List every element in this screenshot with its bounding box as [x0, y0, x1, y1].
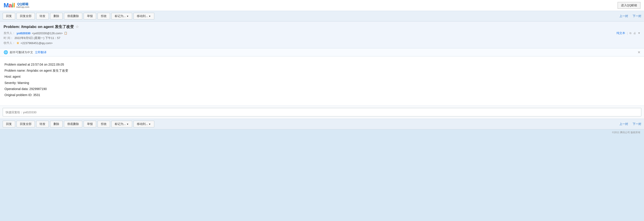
forward-button[interactable]: 转发 — [36, 13, 49, 20]
recipient-sun-icon: ❀ — [16, 41, 19, 45]
body-line-1: Problem started at 23:57:04 on 2022.09.0… — [4, 62, 640, 67]
time-value: 2022年9月5日 (星期一) 下午11：57 — [14, 36, 60, 40]
bottom-next-email-link[interactable]: 下一封 — [632, 122, 641, 126]
qq-domain: mail.qq.com — [16, 6, 29, 9]
logo-i: i — [12, 2, 14, 9]
move-to-button[interactable]: 移动到... ▼ — [134, 13, 154, 20]
toolbar-right: 上一封 下一封 — [620, 14, 641, 18]
translation-close-icon[interactable]: ✕ — [638, 50, 640, 54]
quick-reply-input[interactable] — [3, 108, 641, 116]
bottom-reply-all-button[interactable]: 回复全部 — [16, 121, 35, 127]
header: Mail QQ邮箱 mail.qq.com 进入QQ邮箱 — [0, 0, 644, 11]
prev-email-link[interactable]: 上一封 — [620, 14, 628, 18]
report-button[interactable]: 举报 — [84, 13, 96, 20]
bottom-forward-button[interactable]: 转发 — [36, 121, 49, 127]
enter-qq-button[interactable]: 进入QQ邮箱 — [618, 2, 640, 9]
translation-text: 邮件可翻译为中文 — [10, 50, 33, 54]
qq-text: QQ邮箱 — [17, 2, 28, 6]
address-book-icon[interactable]: 📋 — [64, 32, 67, 35]
mark-as-arrow-icon: ▼ — [126, 15, 129, 18]
translate-icon: 🌐 — [4, 50, 8, 54]
to-row: 收件人： ❀ <2237966451@qq.com> — [4, 41, 67, 45]
reply-all-button[interactable]: 回复全部 — [16, 13, 35, 20]
from-row: 发件人： yxt020330 <yxt020330@126.com> 📋 — [4, 31, 67, 35]
email-meta-wrapper: Problem: /tmp/abc on agent 发生了改变 ☆ 发件人： … — [0, 22, 644, 48]
bottom-toolbar: 回复 回复全部 转发 删除 彻底删除 举报 拒收 标记为... ▼ 移动到...… — [0, 119, 644, 129]
bottom-reject-button[interactable]: 拒收 — [98, 121, 110, 127]
toolbar-left: 回复 回复全部 转发 删除 彻底删除 举报 拒收 标记为... ▼ 移动到...… — [3, 13, 154, 20]
footer: ©2011 腾讯公司 版权所有 — [0, 129, 644, 135]
from-label: 发件人： — [4, 31, 15, 35]
subject-text: Problem: /tmp/abc on agent 发生了改变 — [4, 24, 74, 29]
translation-bar: 🌐 邮件可翻译为中文 立即翻译 ✕ — [0, 48, 644, 56]
body-line-3: Host: agent — [4, 74, 640, 80]
email-meta: Problem: /tmp/abc on agent 发生了改变 ☆ 发件人： … — [0, 22, 644, 48]
more-icon[interactable]: ▼ — [638, 32, 640, 35]
translate-now-link[interactable]: 立即翻译 — [35, 50, 46, 54]
meta-sep: | — [627, 32, 628, 35]
bottom-mark-as-arrow-icon: ▼ — [126, 123, 129, 125]
delete-button[interactable]: 删除 — [50, 13, 62, 20]
time-label: 时 间： — [4, 36, 13, 40]
reject-button[interactable]: 拒收 — [98, 13, 110, 20]
email-subject: Problem: /tmp/abc on agent 发生了改变 ☆ — [4, 24, 640, 29]
bottom-toolbar-left: 回复 回复全部 转发 删除 彻底删除 举报 拒收 标记为... ▼ 移动到...… — [3, 121, 154, 127]
to-label: 收件人： — [4, 41, 15, 45]
email-body: Problem started at 23:57:04 on 2022.09.0… — [0, 56, 644, 106]
logo-area: Mail QQ邮箱 mail.qq.com — [4, 2, 29, 9]
time-row: 时 间： 2022年9月5日 (星期一) 下午11：57 — [4, 36, 67, 40]
top-toolbar: 回复 回复全部 转发 删除 彻底删除 举报 拒收 标记为... ▼ 移动到...… — [0, 11, 644, 22]
recipient-email: <2237966451@qq.com> — [20, 42, 52, 45]
logo-l: l — [14, 2, 15, 9]
bottom-report-button[interactable]: 举报 — [84, 121, 96, 127]
bottom-reply-button[interactable]: 回复 — [3, 121, 15, 127]
body-line-4: Severity: Warning — [4, 80, 640, 86]
translation-left: 🌐 邮件可翻译为中文 立即翻译 — [4, 50, 46, 54]
print-icon[interactable]: 🖨 — [633, 32, 636, 35]
body-line-6: Original problem ID: 3531 — [4, 92, 640, 98]
footer-text: ©2011 腾讯公司 版权所有 — [612, 131, 640, 134]
email-details: 发件人： yxt020330 <yxt020330@126.com> 📋 时 间… — [4, 31, 67, 46]
logo-m: M — [4, 2, 8, 9]
bottom-delete-button[interactable]: 删除 — [50, 121, 62, 127]
sender-email: <yxt020330@126.com> — [32, 32, 62, 35]
copy-icon[interactable]: ⧉ — [630, 32, 632, 35]
logo-qq: QQ邮箱 mail.qq.com — [16, 2, 29, 9]
permanently-delete-button[interactable]: 彻底删除 — [64, 13, 82, 20]
body-line-5: Operational data: 2929987190 — [4, 86, 640, 92]
star-icon[interactable]: ☆ — [76, 25, 79, 29]
mark-as-button[interactable]: 标记为... ▼ — [111, 13, 132, 20]
bottom-prev-email-link[interactable]: 上一封 — [620, 122, 628, 126]
bottom-move-to-arrow-icon: ▼ — [149, 123, 151, 125]
bottom-move-to-button[interactable]: 移动到... ▼ — [134, 121, 154, 127]
logo-mail: Mail — [4, 2, 15, 9]
bottom-toolbar-right: 上一封 下一封 — [620, 122, 641, 126]
bottom-mark-as-button[interactable]: 标记为... ▼ — [111, 121, 132, 127]
logo-a: a — [8, 2, 12, 9]
body-line-2: Problem name: /tmp/abc on agent 发生了改变 — [4, 68, 640, 73]
meta-actions: 纯文本 | ⧉ 🖨 ▼ — [616, 31, 640, 35]
next-email-link[interactable]: 下一封 — [632, 14, 641, 18]
sender-name[interactable]: yxt020330 — [16, 32, 30, 35]
quick-reply-area — [0, 106, 644, 119]
bottom-permanently-delete-button[interactable]: 彻底删除 — [64, 121, 82, 127]
move-to-arrow-icon: ▼ — [149, 15, 151, 18]
plain-text-link[interactable]: 纯文本 — [616, 31, 625, 35]
reply-button[interactable]: 回复 — [3, 13, 15, 20]
